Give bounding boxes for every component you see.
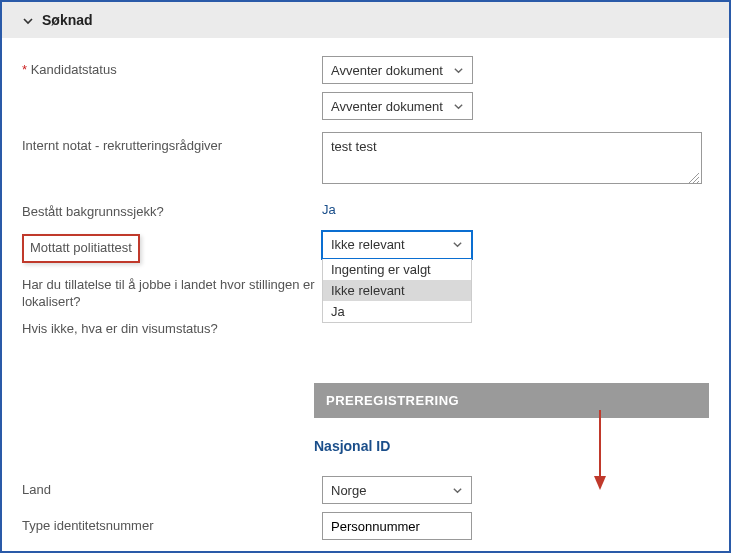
value-bakgrunnssjekk: Ja [322,198,709,217]
label-tillatelse: Har du tillatelse til å jobbe i landet h… [22,271,322,311]
svg-marker-1 [594,476,606,490]
select-value: Norge [331,483,366,498]
select-land[interactable]: Norge [322,476,472,504]
dropdown-list-politiattest: Ingenting er valgt Ikke relevant Ja [322,259,472,323]
select-value: Ikke relevant [331,237,405,252]
select-kandidatstatus-2[interactable]: Avventer dokument [322,92,473,120]
chevron-down-icon [452,239,463,250]
form-area: Kandidatstatus Avventer dokument Avvente… [2,38,729,540]
chevron-down-icon [453,101,464,112]
textarea-internt-notat[interactable]: test test [322,132,702,184]
chevron-down-icon [452,485,463,496]
dropdown-option[interactable]: Ingenting er valgt [323,259,471,280]
label-internt-notat: Internt notat - rekrutteringsrådgiver [22,132,322,155]
label-empty [22,92,322,98]
label-type-id: Type identitetsnummer [22,512,322,535]
select-value: Avventer dokument [331,99,443,114]
label-politiattest: Mottatt politiattest [30,240,132,255]
label-bakgrunnssjekk: Bestått bakgrunnssjekk? [22,198,322,221]
banner-preregistrering: PREREGISTRERING [314,383,709,418]
select-politiattest[interactable]: Ikke relevant [322,231,472,259]
label-politiattest-highlight: Mottatt politiattest [22,234,140,263]
section-header[interactable]: Søknad [2,2,729,38]
dropdown-option[interactable]: Ja [323,301,471,322]
chevron-down-icon [22,15,32,25]
section-title: Søknad [42,12,93,28]
input-type-id[interactable] [322,512,472,540]
subheader-nasjonal-id: Nasjonal ID [314,438,709,454]
resize-handle-icon[interactable] [689,171,699,181]
label-land: Land [22,476,322,499]
label-visumstatus: Hvis ikke, hva er din visumstatus? [22,315,322,338]
label-kandidatstatus: Kandidatstatus [22,56,322,79]
dropdown-option[interactable]: Ikke relevant [323,280,471,301]
annotation-arrow-icon [590,410,610,493]
textarea-value: test test [331,139,377,154]
select-value: Avventer dokument [331,63,443,78]
chevron-down-icon [453,65,464,76]
select-kandidatstatus-1[interactable]: Avventer dokument [322,56,473,84]
